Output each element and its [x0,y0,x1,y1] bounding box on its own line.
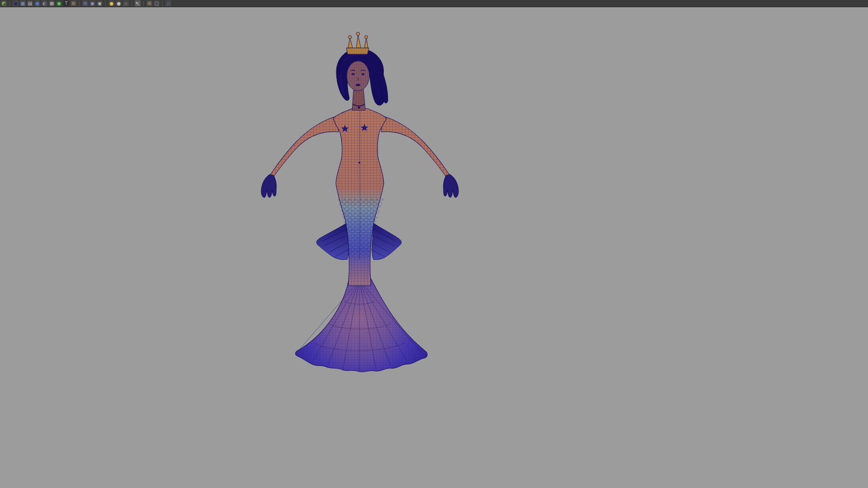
left-arm [269,116,339,181]
sphere-checker-alt-icon[interactable]: ◉ [97,0,103,6]
right-eye [362,73,365,75]
right-arm [381,116,451,181]
select-cursor-icon[interactable]: ↖ [135,0,141,6]
left-eye [352,73,355,75]
mermaid-model[interactable] [261,32,458,372]
text-tool-icon[interactable]: T [63,0,69,6]
toolbar-divider [105,1,106,6]
left-hip-fin [316,223,349,260]
toolbar-divider [79,1,80,6]
checker-map-icon[interactable]: ▦ [20,0,26,6]
right-hip-fin [372,223,401,260]
sphere-shaded-icon[interactable]: ◐ [42,0,47,6]
color-swatch-icon[interactable]: ◩ [1,0,7,6]
texture-checker-icon[interactable]: ▩ [49,0,55,6]
navel [359,162,360,164]
toolbar-divider [143,1,144,6]
viewport-canvas [0,7,868,488]
cube-outline-icon[interactable]: ▢ [154,0,160,6]
crown [346,32,369,54]
sphere-checker-icon[interactable]: ◉ [90,0,95,6]
sphere-dim-icon[interactable]: ● [123,0,129,6]
viewport-3d[interactable] [0,7,868,488]
lips [356,84,361,86]
cube-icon[interactable]: ⊞ [71,0,76,6]
cube-blue-icon[interactable]: ⊞ [82,0,88,6]
tail-fluke [296,278,428,372]
share-nodes-icon[interactable]: ∴ [165,0,171,6]
sphere-dark-icon[interactable]: ● [13,0,19,6]
sphere-blue-icon[interactable]: ● [34,0,40,6]
sphere-gray-icon[interactable]: ● [116,0,122,6]
grid-table-icon[interactable]: ▤ [27,0,33,6]
neck [352,89,365,110]
toolbar: ◩●▦▤●◐▩▣T⊞⊞◉◉●●●↖⊞▢∴ [0,0,868,7]
left-hand [261,174,276,197]
sphere-yellow-icon[interactable]: ● [108,0,114,6]
cube-tan-icon[interactable]: ⊞ [146,0,152,6]
green-toggle-icon[interactable]: ▣ [56,0,62,6]
pendant [358,107,360,109]
face [347,61,369,91]
toolbar-divider [162,1,163,6]
toolbar-divider [9,1,10,6]
right-hand [443,174,458,197]
toolbar-divider [132,1,132,6]
